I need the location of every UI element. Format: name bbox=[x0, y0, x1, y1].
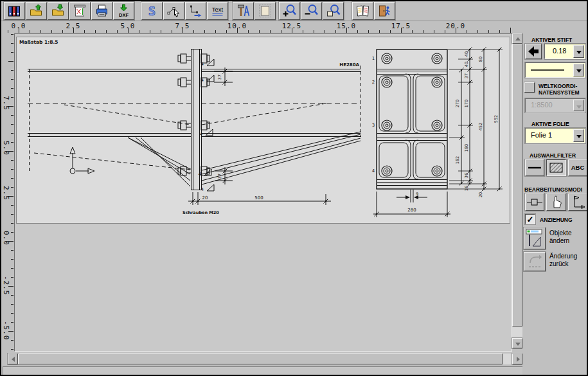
move-element-icon bbox=[187, 4, 204, 18]
hruler-label: 10.0 bbox=[227, 22, 247, 30]
svg-text:552: 552 bbox=[494, 115, 499, 123]
vruler-label: 0.0 bbox=[2, 231, 10, 246]
catalog-book-icon bbox=[354, 4, 371, 18]
dim-plate-width: 280 bbox=[373, 192, 450, 217]
undo-change-button bbox=[524, 252, 546, 271]
select-element-button[interactable] bbox=[163, 2, 184, 20]
plot-button[interactable] bbox=[69, 2, 91, 20]
svg-text:S: S bbox=[148, 4, 156, 18]
scroll-right-button[interactable] bbox=[512, 354, 522, 364]
chevron-down-icon bbox=[576, 105, 582, 109]
dim-brace-length: 20 500 bbox=[188, 192, 331, 205]
end-plate-front-view bbox=[377, 49, 447, 189]
undo-change-label-2: zurück bbox=[549, 260, 568, 267]
drawing-viewport[interactable]: Maßstab 1:8.5 bbox=[14, 33, 512, 352]
settings-tools-icon bbox=[235, 4, 252, 18]
vertical-scrollbar[interactable] bbox=[512, 33, 522, 348]
vruler-label: 2.5 bbox=[2, 186, 10, 201]
snap-checkbox[interactable]: ✓ bbox=[525, 214, 535, 224]
modify-objects-button[interactable] bbox=[524, 228, 546, 249]
vruler-label: -5.0 bbox=[2, 321, 10, 341]
pen-width-value: 0.18 bbox=[553, 47, 566, 55]
exit-button[interactable] bbox=[374, 2, 395, 20]
page-frame-icon bbox=[256, 4, 274, 18]
dropdown-arrow-button[interactable] bbox=[573, 64, 584, 76]
svg-text:180: 180 bbox=[464, 144, 469, 152]
chevron-down-icon bbox=[576, 135, 582, 138]
dxf-export-icon: DXF bbox=[115, 4, 132, 18]
text-tool-button[interactable]: Text bbox=[207, 2, 228, 20]
dropdown-arrow-button[interactable] bbox=[573, 129, 584, 142]
hruler-label: 12.5 bbox=[282, 22, 302, 30]
horizontal-scrollbar[interactable] bbox=[8, 354, 522, 364]
hruler-label: 0.0 bbox=[12, 22, 26, 30]
beam-elevation-view bbox=[28, 49, 361, 190]
horizontal-scroll-thumb[interactable] bbox=[18, 354, 503, 364]
axis-mode-icon bbox=[569, 194, 587, 210]
scroll-left-button[interactable] bbox=[8, 354, 18, 364]
zoom-out-button[interactable] bbox=[301, 2, 322, 20]
filter-hatch-button[interactable] bbox=[546, 159, 566, 176]
hruler-label: 2.5 bbox=[66, 22, 81, 30]
svg-text:4: 4 bbox=[372, 168, 375, 174]
world-scale-select: 1:8500 bbox=[525, 98, 585, 112]
svg-text:2: 2 bbox=[372, 80, 375, 85]
settings-tools-button[interactable] bbox=[233, 2, 254, 20]
svg-text:182: 182 bbox=[455, 156, 460, 164]
horizontal-ruler: 0.02.55.07.510.012.515.017.520.0 bbox=[1, 21, 512, 33]
vertical-ruler: 7.55.02.50.0-2.5-5.0 bbox=[1, 33, 14, 352]
abc-filter-label: ABC bbox=[569, 164, 587, 171]
scroll-down-button[interactable] bbox=[512, 338, 522, 348]
print-button[interactable] bbox=[91, 2, 112, 20]
status-bar bbox=[3, 366, 588, 375]
cad-application-window: DXF S bbox=[0, 0, 588, 376]
layer-select[interactable]: Folie 1 bbox=[525, 128, 585, 143]
symbol-library-button[interactable]: S bbox=[141, 2, 163, 20]
filter-text-button[interactable]: ABC bbox=[568, 159, 587, 176]
drawing-canvas[interactable]: Maßstab 1:8.5 bbox=[16, 37, 510, 224]
vruler-label: 5.0 bbox=[2, 141, 10, 156]
move-element-button[interactable] bbox=[185, 2, 206, 20]
project-archive-button[interactable] bbox=[4, 2, 25, 20]
right-arrow-icon bbox=[517, 357, 520, 362]
back-arrow-icon bbox=[526, 44, 541, 58]
zoom-window-button[interactable] bbox=[323, 2, 344, 20]
mode-drag-button[interactable] bbox=[546, 193, 566, 211]
pen-width-select[interactable]: 0.18 bbox=[544, 44, 585, 59]
pen-back-button[interactable] bbox=[525, 44, 542, 59]
selection-filter-label: AUSWAHLFILTER bbox=[530, 152, 576, 159]
bolt-note: Schrauben M20 bbox=[183, 210, 219, 215]
zoom-in-button[interactable] bbox=[279, 2, 300, 20]
svg-text:16: 16 bbox=[464, 186, 469, 191]
undo-icon bbox=[524, 253, 545, 271]
page-frame-button[interactable] bbox=[254, 2, 276, 20]
save-button[interactable] bbox=[48, 2, 69, 20]
svg-text:40: 40 bbox=[464, 62, 469, 67]
scale-note: Maßstab 1:8.5 bbox=[19, 39, 58, 45]
world-coords-checkbox[interactable] bbox=[524, 82, 535, 93]
dxf-export-button[interactable]: DXF bbox=[113, 2, 134, 20]
down-arrow-icon bbox=[515, 343, 521, 346]
save-folder-icon bbox=[49, 4, 67, 18]
mode-node-edit-button[interactable] bbox=[525, 193, 544, 211]
layer-value: Folie 1 bbox=[531, 131, 552, 139]
dxf-label: DXF bbox=[119, 12, 129, 18]
node-edit-icon bbox=[526, 194, 544, 210]
hruler-label: 20.0 bbox=[446, 22, 466, 30]
svg-text:37: 37 bbox=[217, 174, 222, 179]
scroll-up-button[interactable] bbox=[512, 33, 522, 44]
open-button[interactable] bbox=[26, 2, 47, 20]
filter-lines-button[interactable] bbox=[525, 159, 544, 176]
world-scale-value: 1:8500 bbox=[531, 101, 553, 109]
coordinate-axes-symbol bbox=[70, 147, 94, 174]
line-style-select[interactable] bbox=[525, 62, 585, 78]
printer-icon bbox=[93, 4, 111, 18]
svg-text:170: 170 bbox=[464, 100, 469, 107]
mode-axis-button[interactable] bbox=[568, 193, 587, 211]
dropdown-arrow-button[interactable] bbox=[573, 45, 584, 58]
svg-text:4: 4 bbox=[201, 187, 204, 192]
catalog-book-button[interactable] bbox=[352, 2, 373, 20]
vertical-scroll-thumb[interactable] bbox=[512, 44, 522, 327]
line-style-sample bbox=[530, 63, 566, 77]
symbol-library-icon: S bbox=[143, 4, 161, 18]
